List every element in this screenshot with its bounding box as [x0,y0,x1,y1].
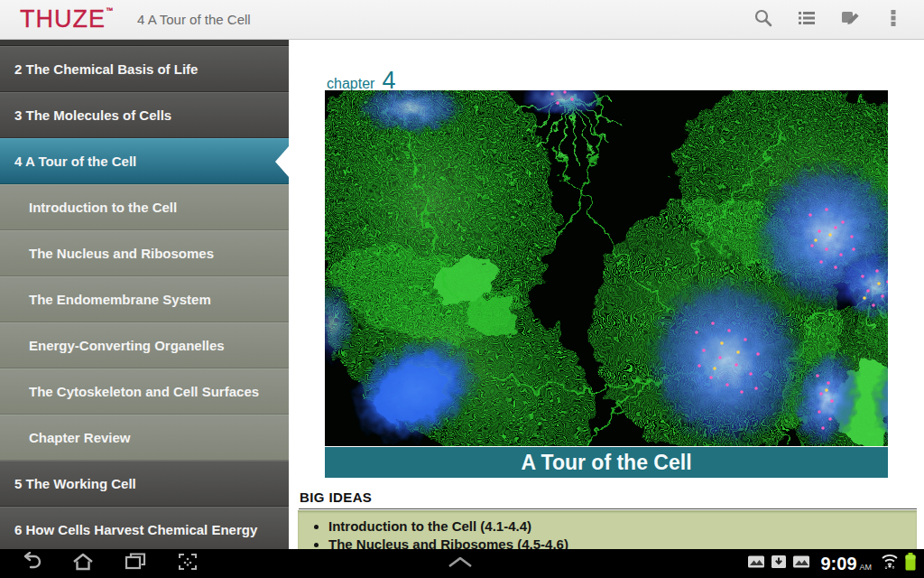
table-of-contents-sidebar: 2 The Chemical Basis of Life 3 The Molec… [0,40,289,549]
sidebar-item-chapter-2[interactable]: 2 The Chemical Basis of Life [0,46,289,92]
sidebar-item-chapter-6[interactable]: 6 How Cells Harvest Chemical Energy [0,507,289,549]
sidebar-item-label: Chapter Review [29,430,131,445]
screen: THUZE™ 4 A Tour of the Cell [0,0,924,578]
sidebar-item-endomembrane[interactable]: The Endomembrane System [0,276,289,322]
page-title: 4 A Tour of the Cell [137,12,251,27]
sidebar-item-chapter-4-selected[interactable]: 4 A Tour of the Cell [0,138,289,184]
list-icon [796,7,818,33]
chapter-number: 4 [382,69,395,93]
wifi-icon [880,553,900,574]
sidebar-item-label: 2 The Chemical Basis of Life [14,61,198,77]
sidebar-partial-row [0,40,289,46]
download-notification-icon [770,554,788,573]
table-of-contents-button[interactable] [785,0,828,39]
sidebar-item-label: 6 How Cells Harvest Chemical Energy [14,522,257,537]
trademark-mark: ™ [106,6,114,14]
meridiem-text: AM [860,563,873,572]
sidebar-item-cytoskeleton[interactable]: The Cytoskeleton and Cell Surfaces [0,368,289,415]
nav-buttons [13,549,206,578]
sidebar-item-label: The Endomembrane System [29,292,211,307]
chevron-up-icon [447,555,474,572]
time-text: 9:09 [820,555,856,573]
screenshot-button[interactable] [170,549,206,578]
clock: 9:09 AM [820,555,872,573]
app-bar-actions [742,0,915,39]
recent-apps-button[interactable] [117,549,153,578]
sidebar-item-nucleus-ribosomes[interactable]: The Nucleus and Ribosomes [0,230,289,276]
home-button[interactable] [65,549,101,578]
chapter-heading: chapter 4 [327,69,395,93]
sidebar-item-label: 4 A Tour of the Cell [14,154,136,169]
chapter-opener-micrograph [325,90,888,446]
gallery-notification-icon [792,554,810,573]
battery-icon [904,552,917,575]
thuze-logo: THUZE™ [20,7,114,32]
chapter-title-banner: A Tour of the Cell [325,447,888,478]
sidebar-item-introduction[interactable]: Introduction to the Cell [0,184,289,230]
system-navigation-bar: 9:09 AM [0,549,924,578]
status-tray[interactable]: 9:09 AM [747,549,917,578]
sidebar-item-energy-organelles[interactable]: Energy-Converting Organelles [0,322,289,368]
big-ideas-list: Introduction to the Cell (4.1-4.4) The N… [298,517,917,549]
sidebar-item-label: The Cytoskeleton and Cell Surfaces [29,384,259,399]
sidebar-item-label: 5 The Working Cell [14,476,136,491]
note-edit-icon [839,7,861,33]
big-ideas-item: Introduction to the Cell (4.1-4.4) [328,517,917,536]
home-icon [71,552,95,575]
sidebar-item-chapter-5[interactable]: 5 The Working Cell [0,461,289,507]
back-icon [19,552,42,575]
back-button[interactable] [13,549,49,578]
sidebar-item-label: Energy-Converting Organelles [29,338,225,353]
search-button[interactable] [742,0,785,39]
overflow-menu-button[interactable] [872,0,915,39]
big-ideas-box: Introduction to the Cell (4.1-4.4) The N… [298,510,917,549]
sidebar-item-label: Introduction to the Cell [29,200,177,215]
recent-apps-icon [124,552,147,575]
screenshot-icon [177,552,199,575]
sidebar-item-label: 3 The Molecules of Cells [14,107,171,123]
big-ideas-item: The Nucleus and Ribosomes (4.5-4.6) [328,536,917,549]
sidebar-item-chapter-review[interactable]: Chapter Review [0,415,289,461]
sidebar-item-label: The Nucleus and Ribosomes [29,246,214,261]
heading-rule [299,508,917,509]
more-options-icon [882,7,904,33]
search-icon [753,7,774,33]
book-page: chapter 4 [289,40,924,549]
big-ideas-heading: BIG IDEAS [300,489,372,505]
expand-handle[interactable] [439,549,482,578]
app-bar: THUZE™ 4 A Tour of the Cell [0,0,924,40]
chapter-title: A Tour of the Cell [521,451,691,475]
notes-button[interactable] [828,0,872,39]
sidebar-item-chapter-3[interactable]: 3 The Molecules of Cells [0,92,289,138]
gallery-notification-icon [747,554,765,573]
